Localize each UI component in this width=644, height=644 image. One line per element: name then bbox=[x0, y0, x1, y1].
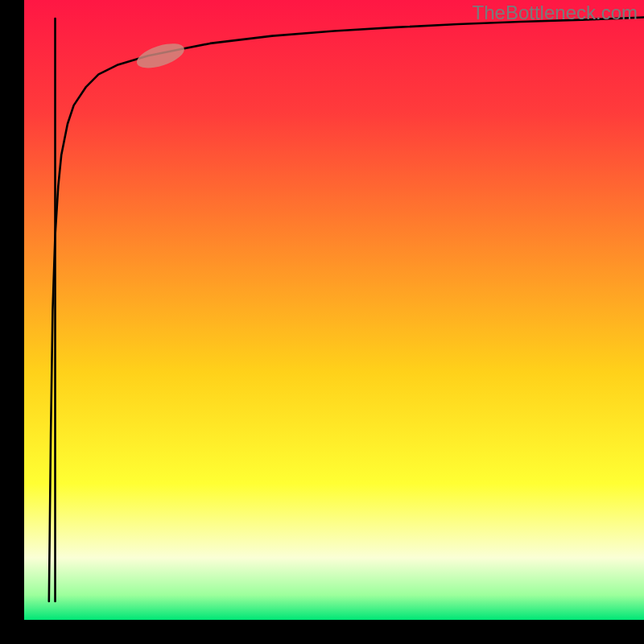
chart-container: TheBottleneck.com bbox=[0, 0, 644, 644]
axis-left bbox=[0, 0, 24, 644]
axis-bottom bbox=[0, 620, 644, 644]
bottleneck-chart bbox=[0, 0, 644, 644]
watermark-text: TheBottleneck.com bbox=[473, 2, 638, 24]
gradient-background bbox=[24, 0, 644, 620]
